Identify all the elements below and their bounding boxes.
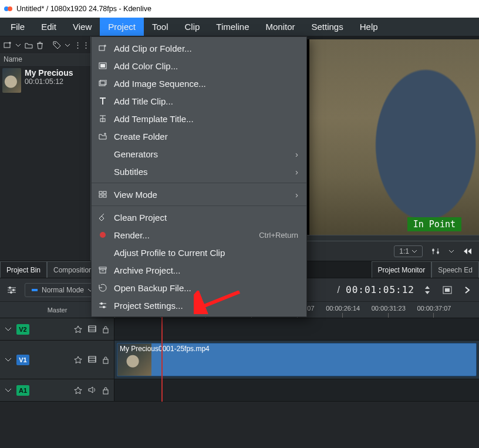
svg-point-32 — [103, 306, 105, 308]
menu-item-label: Project Settings... — [114, 301, 298, 311]
svg-point-7 — [9, 287, 11, 289]
edit-mode-selector[interactable]: Normal Mode — [25, 283, 100, 297]
menu-subtitles[interactable]: Subtitles › — [92, 163, 306, 180]
trash-icon[interactable] — [36, 41, 43, 49]
menu-item-label: Clean Project — [114, 213, 298, 223]
track-body-a1[interactable] — [114, 379, 479, 401]
svg-rect-26 — [99, 195, 102, 197]
track-head-v2[interactable]: V2 — [0, 318, 114, 340]
app-icon — [4, 4, 13, 14]
svg-rect-12 — [445, 288, 450, 292]
menu-monitor[interactable]: Monitor — [257, 18, 303, 36]
effects-icon[interactable] — [74, 356, 82, 364]
menu-project-settings[interactable]: Project Settings... — [92, 297, 306, 314]
menu-generators[interactable]: Generators › — [92, 145, 306, 163]
tab-project-monitor[interactable]: Project Monitor — [372, 261, 432, 278]
timeline-clip[interactable]: My Precious0001-25fps.mp4 — [117, 343, 477, 376]
effects-icon[interactable] — [74, 325, 82, 334]
svg-rect-15 — [89, 356, 96, 362]
clip-info: My Precious 00:01:05:12 — [25, 68, 73, 86]
track-head-a1[interactable]: A1 — [0, 379, 114, 401]
menu-add-title-clip[interactable]: Add Title Clip... — [92, 92, 306, 110]
settings-sliders-icon[interactable] — [429, 244, 443, 258]
menu-help[interactable]: Help — [352, 18, 386, 36]
lock-icon[interactable] — [102, 325, 109, 334]
chevron-down-icon — [5, 356, 12, 363]
menu-create-folder[interactable]: Create Folder — [92, 127, 306, 145]
menu-item-label: Create Folder — [114, 132, 298, 142]
fit-zoom-button[interactable] — [440, 283, 454, 297]
tab-project-bin[interactable]: Project Bin — [0, 261, 47, 278]
menu-separator — [92, 206, 306, 206]
chevron-down-icon[interactable] — [15, 42, 21, 48]
menu-project[interactable]: Project — [100, 18, 144, 36]
menu-tool[interactable]: Tool — [144, 18, 177, 36]
clip-icon[interactable] — [88, 356, 96, 364]
menu-add-clip[interactable]: Add Clip or Folder... — [92, 39, 306, 57]
track-v1: V1 My Precious0001-25fps.mp4 — [0, 341, 479, 379]
timeline-timecode[interactable]: 00:01:05:12 — [346, 284, 414, 295]
menu-settings[interactable]: Settings — [303, 18, 352, 36]
menu-open-backup[interactable]: Open Backup File... — [92, 279, 306, 297]
track-head-v1[interactable]: V1 — [0, 341, 114, 379]
menu-item-label: Add Clip or Folder... — [114, 43, 298, 53]
menu-clip[interactable]: Clip — [177, 18, 208, 36]
menu-view-mode[interactable]: View Mode › — [92, 186, 306, 203]
title-icon — [97, 96, 108, 106]
track-v2: V2 — [0, 318, 479, 341]
bin-clip-row[interactable]: My Precious 00:01:05:12 — [0, 66, 90, 95]
chevron-down-icon[interactable] — [65, 42, 70, 48]
window-titlebar: Untitled* / 1080x1920 24.78fps - Kdenliv… — [0, 0, 479, 18]
timeline-tracks: V2 V1 — [0, 318, 479, 402]
clip-thumbnail — [2, 68, 21, 93]
menu-add-image-sequence[interactable]: Add Image Sequence... — [92, 75, 306, 92]
menu-file[interactable]: File — [2, 18, 33, 36]
window-title: Untitled* / 1080x1920 24.78fps - Kdenliv… — [16, 5, 151, 13]
menu-timeline[interactable]: Timeline — [208, 18, 257, 36]
clip-title: My Precious0001-25fps.mp4 — [120, 345, 210, 353]
tab-speech-editor[interactable]: Speech Ed — [431, 261, 479, 278]
track-body-v2[interactable] — [114, 318, 479, 340]
add-clip-button[interactable] — [4, 41, 12, 49]
track-body-v1[interactable]: My Precious0001-25fps.mp4 — [114, 341, 479, 379]
ruler-tick: 00:00:26:14 — [326, 305, 360, 312]
settings-icon — [97, 300, 108, 311]
menu-item-label: Add Color Clip... — [114, 61, 298, 71]
menu-add-color-clip[interactable]: Add Color Clip... — [92, 57, 306, 75]
bin-toolbar: ⋮⋮ — [0, 36, 90, 54]
folder-new-icon[interactable] — [25, 42, 33, 49]
timecode-stepper[interactable] — [420, 283, 434, 297]
svg-point-6 — [437, 251, 439, 254]
menu-view[interactable]: View — [65, 18, 100, 36]
svg-rect-17 — [103, 390, 108, 394]
more-icon[interactable]: ⋮⋮ — [74, 41, 90, 49]
menu-render[interactable]: Render... Ctrl+Return — [92, 226, 306, 244]
svg-rect-20 — [100, 64, 105, 68]
menu-add-template-title[interactable]: Add Template Title... — [92, 110, 306, 127]
menu-archive-project[interactable]: Archive Project... — [92, 261, 306, 279]
menubar: File Edit View Project Tool Clip Timelin… — [0, 18, 479, 36]
rewind-button[interactable] — [460, 244, 474, 258]
mute-icon[interactable] — [88, 386, 96, 395]
timeline-settings-icon[interactable] — [5, 283, 19, 297]
forward-button[interactable] — [460, 283, 474, 297]
effects-icon[interactable] — [74, 386, 82, 395]
menu-item-label: Subtitles — [114, 167, 289, 177]
bin-column-header[interactable]: Name — [0, 54, 90, 66]
tag-icon[interactable] — [53, 41, 61, 49]
broom-icon — [97, 212, 108, 223]
plus-icon — [97, 43, 108, 53]
menu-adjust-profile[interactable]: Adjust Profile to Current Clip — [92, 244, 306, 261]
menu-item-label: Adjust Profile to Current Clip — [114, 248, 298, 258]
chevron-down-icon[interactable] — [448, 248, 454, 254]
zoom-selector[interactable]: 1:1 — [394, 245, 423, 257]
menu-edit[interactable]: Edit — [33, 18, 65, 36]
chevron-right-icon: › — [295, 167, 298, 177]
folder-new-icon — [97, 131, 108, 142]
svg-rect-2 — [4, 43, 10, 48]
clip-icon[interactable] — [88, 325, 96, 334]
lock-icon[interactable] — [102, 386, 109, 395]
menu-clean-project[interactable]: Clean Project — [92, 208, 306, 226]
record-icon — [97, 230, 108, 240]
lock-icon[interactable] — [102, 356, 109, 364]
